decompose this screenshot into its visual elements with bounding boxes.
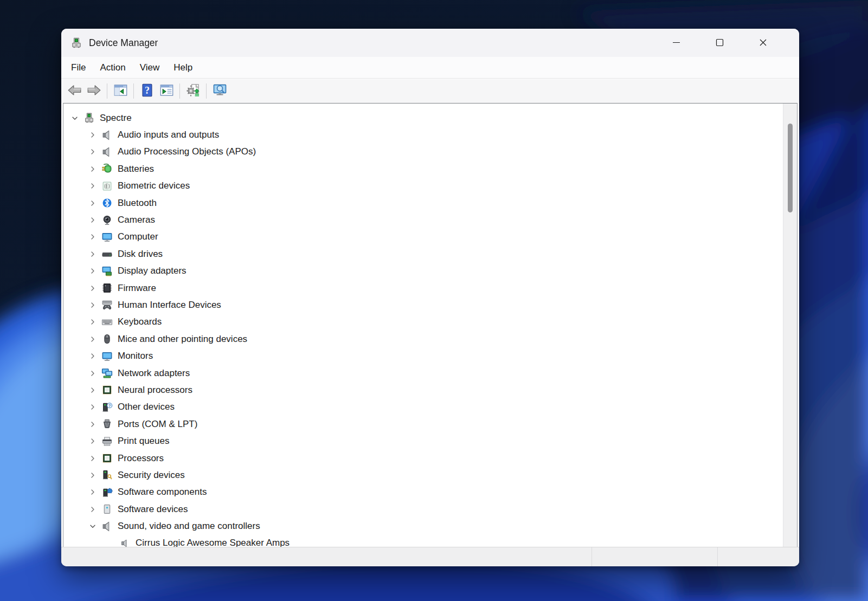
back-button[interactable] xyxy=(65,81,84,101)
chevron-right-icon[interactable] xyxy=(86,502,100,516)
show-console-tree-button[interactable] xyxy=(111,81,130,101)
tree-row-monitors[interactable]: Monitors xyxy=(63,347,783,364)
properties-icon xyxy=(159,83,174,100)
minimize-button[interactable] xyxy=(654,29,698,56)
tree-item-label: Audio Processing Objects (APOs) xyxy=(118,146,256,157)
vertical-scrollbar[interactable] xyxy=(783,104,797,547)
tree-row-keyboards[interactable]: Keyboards xyxy=(63,314,783,331)
tree-row-other-devices[interactable]: ?Other devices xyxy=(63,399,783,416)
chevron-right-icon[interactable] xyxy=(86,264,100,278)
chevron-placeholder xyxy=(104,536,118,547)
chevron-right-icon[interactable] xyxy=(86,451,100,466)
menu-item-help[interactable]: Help xyxy=(166,57,200,79)
tree-row-computer[interactable]: Computer xyxy=(63,229,783,245)
close-button[interactable] xyxy=(741,29,785,56)
tree-row-display-adapters[interactable]: Display adapters xyxy=(63,263,783,280)
help-button[interactable]: ? xyxy=(137,81,157,101)
chevron-right-icon[interactable] xyxy=(86,349,100,363)
menu-item-view[interactable]: View xyxy=(133,57,167,79)
toolbar-separator xyxy=(133,83,134,99)
chevron-right-icon[interactable] xyxy=(86,162,100,176)
tree-item-label: Ports (COM & LPT) xyxy=(118,419,197,430)
processor-chip-icon xyxy=(100,383,114,397)
tree-item-label: Firmware xyxy=(118,283,156,294)
chevron-right-icon[interactable] xyxy=(86,230,100,244)
chevron-right-icon[interactable] xyxy=(86,434,100,448)
chevron-right-icon[interactable] xyxy=(86,128,100,142)
chevron-right-icon[interactable] xyxy=(86,196,100,210)
tree-row-sound-video-and-game-controllers[interactable]: Sound, video and game controllers xyxy=(63,518,783,534)
chevron-right-icon[interactable] xyxy=(86,417,100,431)
menu-item-action[interactable]: Action xyxy=(93,57,132,79)
device-manager-icon xyxy=(70,37,82,49)
chevron-right-icon[interactable] xyxy=(86,400,100,414)
tree-item-label: Neural processors xyxy=(118,385,192,396)
chevron-right-icon[interactable] xyxy=(86,468,100,482)
tree-row-cameras[interactable]: Cameras xyxy=(63,211,783,228)
tree-row-bluetooth[interactable]: Bluetooth xyxy=(63,195,783,211)
tree-row-software-devices[interactable]: Software devices xyxy=(63,501,783,518)
chevron-right-icon[interactable] xyxy=(86,213,100,227)
keyboard-icon xyxy=(100,315,114,329)
tree-row-firmware[interactable]: Firmware xyxy=(63,280,783,296)
tree-row-mice-and-other-pointing-devices[interactable]: Mice and other pointing devices xyxy=(63,331,783,347)
forward-button[interactable] xyxy=(84,81,104,101)
tree-row-network-adapters[interactable]: Network adapters xyxy=(63,365,783,382)
tree-row-print-queues[interactable]: Print queues xyxy=(63,432,783,449)
chevron-right-icon[interactable] xyxy=(86,247,100,261)
tree-item-label: Mice and other pointing devices xyxy=(118,334,247,345)
fingerprint-icon xyxy=(100,179,114,193)
chevron-right-icon[interactable] xyxy=(86,315,100,329)
tree-row-cirrus-logic-awesome-speaker-amps[interactable]: Cirrus Logic Awesome Speaker Amps xyxy=(63,535,783,547)
computer-search-icon xyxy=(213,83,227,100)
tree-row-ports-com-lpt[interactable]: Ports (COM & LPT) xyxy=(63,416,783,432)
tree-row-software-components[interactable]: Software components xyxy=(63,484,783,501)
tree-row-human-interface-devices[interactable]: Human Interface Devices xyxy=(63,296,783,313)
mouse-icon xyxy=(100,332,114,346)
processor-chip-icon xyxy=(100,451,114,466)
scan-hardware-icon xyxy=(186,83,201,100)
tree-item-label: Monitors xyxy=(118,351,153,361)
chevron-right-icon[interactable] xyxy=(86,179,100,193)
tree-row-security-devices[interactable]: Security devices xyxy=(63,467,783,483)
device-search-button[interactable] xyxy=(210,81,229,101)
scrollbar-thumb[interactable] xyxy=(788,124,793,212)
maximize-button[interactable] xyxy=(698,29,741,56)
bluetooth-icon xyxy=(100,196,114,210)
computer-device-icon xyxy=(82,111,96,125)
chevron-down-icon[interactable] xyxy=(86,519,100,533)
disk-drive-icon xyxy=(100,247,114,261)
chevron-right-icon[interactable] xyxy=(86,383,100,397)
chevron-right-icon[interactable] xyxy=(86,332,100,346)
tree-row-neural-processors[interactable]: Neural processors xyxy=(63,382,783,398)
tree-row-biometric-devices[interactable]: Biometric devices xyxy=(63,178,783,195)
device-manager-window: Device Manager FileActionViewHelp ? Spec… xyxy=(61,29,799,566)
status-segment xyxy=(591,547,717,566)
chevron-right-icon[interactable] xyxy=(86,281,100,295)
toolbar: ? xyxy=(61,79,799,103)
chevron-right-icon[interactable] xyxy=(86,298,100,312)
menu-item-file[interactable]: File xyxy=(64,57,93,79)
tree-row-batteries[interactable]: Batteries xyxy=(63,160,783,177)
back-arrow-icon xyxy=(67,83,82,100)
software-component-icon xyxy=(100,485,114,499)
tree-item-label: Processors xyxy=(118,453,164,464)
scan-for-hardware-changes-button[interactable] xyxy=(183,81,203,101)
tree-item-label: Print queues xyxy=(118,436,169,447)
battery-icon xyxy=(100,162,114,176)
tree-row-audio-inputs-and-outputs[interactable]: Audio inputs and outputs xyxy=(63,126,783,143)
status-segment xyxy=(61,547,591,566)
tree-row-processors[interactable]: Processors xyxy=(63,450,783,467)
firmware-chip-icon xyxy=(100,281,114,295)
properties-button[interactable] xyxy=(157,81,176,101)
chevron-down-icon[interactable] xyxy=(68,111,82,125)
chevron-right-icon[interactable] xyxy=(86,485,100,499)
security-device-icon xyxy=(100,468,114,482)
tree-item-label: Human Interface Devices xyxy=(118,300,221,311)
chevron-right-icon[interactable] xyxy=(86,145,100,159)
tree-row-disk-drives[interactable]: Disk drives xyxy=(63,245,783,262)
tree-row-audio-processing-objects-apos[interactable]: Audio Processing Objects (APOs) xyxy=(63,144,783,160)
tree-item-label: Computer xyxy=(118,231,158,242)
chevron-right-icon[interactable] xyxy=(86,366,100,380)
tree-row-spectre[interactable]: Spectre xyxy=(63,109,783,126)
